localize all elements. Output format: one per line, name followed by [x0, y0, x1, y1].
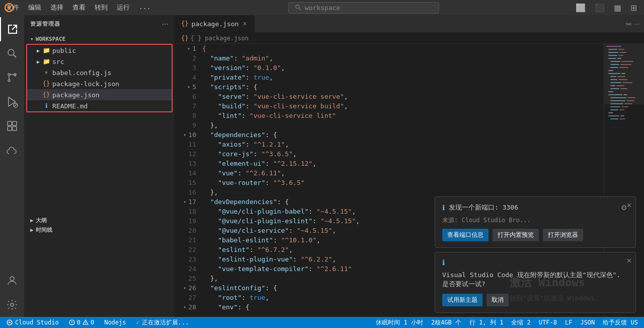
menu-view[interactable]: 查看	[68, 2, 90, 13]
svg-marker-9	[9, 97, 16, 106]
status-cloud-label: Cloud Studio	[15, 319, 59, 326]
activity-search[interactable]	[0, 41, 24, 65]
line-num-18: 18	[179, 207, 196, 216]
code-line-12: "core-js": "^3.6.5",	[202, 149, 604, 159]
layout1-button[interactable]: ⬜	[573, 2, 589, 14]
titlebar-menu: 文件 编辑 选择 查看 转到 运行 ...	[2, 2, 154, 13]
breadcrumb: {} { } package.json	[175, 33, 644, 44]
activity-cloud[interactable]	[0, 138, 24, 162]
line-num-26: ▾26	[179, 283, 196, 293]
status-activating-label: ✓	[136, 319, 140, 326]
tree-item-package-json[interactable]: {} package.json	[26, 89, 173, 100]
status-encoding[interactable]: UTF-8	[537, 319, 559, 326]
code-line-11: "axios": "^1.2.1",	[202, 140, 604, 149]
tree-item-public[interactable]: ▶ 📁 public	[26, 45, 173, 56]
menu-run[interactable]: 运行	[113, 2, 134, 13]
more-actions-button[interactable]: ···	[634, 15, 640, 32]
activity-settings[interactable]	[0, 293, 24, 317]
layout4-button[interactable]: ⊞	[627, 2, 640, 14]
folder-icon-public: 📁	[42, 46, 50, 54]
timeline-header[interactable]: ▶ 时间线	[24, 225, 175, 235]
activity-git[interactable]	[0, 65, 24, 90]
outline-header[interactable]: ▶ 大纲	[24, 216, 175, 225]
layout2-button[interactable]: ⬛	[592, 2, 608, 14]
menu-edit[interactable]: 编辑	[24, 2, 45, 13]
workspace-header[interactable]: ▾ WORKSPACE	[24, 35, 175, 43]
activity-account[interactable]	[0, 269, 24, 293]
status-language[interactable]: JSON	[578, 319, 597, 326]
port-notif-header: ℹ 发现一个新端口: 3306 ⚙ ×	[442, 203, 628, 212]
line-num-22: 22	[179, 245, 196, 254]
port-notif-preview-button[interactable]: 打开内置预览	[493, 229, 539, 241]
svg-rect-56	[610, 106, 620, 107]
status-errors[interactable]: 0 0	[67, 319, 96, 326]
port-notif-close-button[interactable]: ×	[627, 201, 631, 210]
menu-goto[interactable]: 转到	[91, 2, 112, 13]
port-notif-browser-button[interactable]: 打开浏览器	[543, 229, 583, 241]
titlebar: ← → 文件 编辑 选择 查看 转到 运行 ... workspace ⬜ ⬛ …	[0, 0, 644, 15]
theme-notif-try-button[interactable]: 试用新主题	[442, 294, 482, 306]
svg-point-1	[295, 5, 299, 9]
port-notif-source-label: 来源: Cloud Studio Bro...	[442, 217, 531, 224]
tab-bar: {} package.json × ⫘ ···	[175, 15, 644, 33]
theme-notif-cancel-button[interactable]: 取消	[487, 294, 509, 306]
line-num-13: 13	[179, 159, 196, 168]
activity-bar	[0, 15, 24, 317]
code-line-1: {	[202, 44, 604, 53]
line-num-4: 4	[179, 73, 196, 82]
svg-point-69	[71, 323, 72, 324]
tab-package-json[interactable]: {} package.json ×	[175, 15, 255, 32]
svg-rect-64	[619, 118, 625, 119]
line-num-16: 16	[179, 187, 196, 197]
svg-rect-60	[608, 112, 613, 113]
sidebar-actions: ···	[162, 20, 169, 29]
folder-arrow-src: ▶	[34, 57, 42, 65]
tree-item-src[interactable]: ▶ 📁 src	[26, 56, 173, 67]
file-icon-package-json: {}	[42, 91, 50, 99]
theme-notification: ℹ × Visual Studio Code 现在附带新的默认主题"现代深色".…	[435, 252, 636, 313]
status-cloud-studio[interactable]: Cloud Studio	[4, 319, 61, 326]
status-nodejs[interactable]: Nodejs	[102, 319, 128, 326]
status-eol-label: LF	[565, 319, 572, 326]
layout3-button[interactable]: ▦	[611, 2, 624, 14]
highlighted-files-group: ▶ 📁 public ▶ 📁 src ⚡ babel.config	[26, 44, 173, 112]
status-cores[interactable]: 2核4GB 个	[429, 318, 463, 327]
status-activating[interactable]: ✓ 正在激活扩展...	[134, 318, 191, 327]
no-arrow-babel	[34, 69, 42, 77]
theme-notif-close-button[interactable]: ×	[627, 256, 631, 266]
notifications-panel: ℹ 发现一个新端口: 3306 ⚙ × 来源: Cloud Studio Bro…	[435, 196, 636, 313]
tab-right-actions: ⫘ ···	[621, 15, 644, 32]
menu-file[interactable]: 文件	[2, 2, 23, 13]
sidebar-more-button[interactable]: ···	[162, 20, 169, 29]
split-editor-button[interactable]: ⫘	[625, 15, 632, 32]
outline-label: 大纲	[36, 217, 47, 224]
menu-select[interactable]: 选择	[46, 2, 67, 13]
status-right: 休眠时间 1 小时 2核4GB 个 行 1, 列 1 全缩 2 UTF-8 LF…	[374, 318, 640, 327]
status-cursor-label: 行 1, 列 1	[469, 318, 503, 327]
line-num-19: 19	[179, 216, 196, 226]
svg-point-3	[8, 49, 14, 55]
code-line-9: },	[202, 120, 604, 130]
activity-run[interactable]	[0, 90, 24, 114]
tree-item-readme[interactable]: ℹ README.md	[26, 100, 173, 111]
sidebar: 资源管理器 ··· ▾ WORKSPACE ▶ 📁	[24, 15, 175, 317]
status-idle-time[interactable]: 休眠时间 1 小时	[374, 318, 425, 327]
activity-explorer[interactable]	[0, 17, 24, 41]
code-line-14: "vue": "^2.6.11",	[202, 168, 604, 178]
status-spaces[interactable]: 全缩 2	[509, 318, 532, 327]
port-notif-view-button[interactable]: 查看端口信息	[442, 229, 489, 241]
status-idle-label: 休眠时间 1 小时	[376, 318, 423, 327]
status-cursor[interactable]: 行 1, 列 1	[467, 318, 505, 327]
tab-close-button[interactable]: ×	[242, 20, 248, 27]
tree-item-package-lock[interactable]: {} package-lock.json	[26, 78, 173, 89]
status-eol[interactable]: LF	[563, 319, 574, 326]
line-num-8: 8	[179, 111, 196, 120]
status-feedback[interactable]: 给予反馈 US	[601, 318, 640, 327]
theme-notif-text: Visual Studio Code 现在附带新的默认主题"现代深色". 是否要…	[442, 271, 628, 289]
tree-item-babel[interactable]: ⚡ babel.config.js	[26, 67, 173, 78]
status-errors-count: 0	[77, 319, 80, 326]
code-line-10: "dependencies": {	[202, 130, 604, 140]
search-box[interactable]: workspace	[288, 2, 439, 14]
activity-extensions[interactable]	[0, 114, 24, 138]
menu-more[interactable]: ...	[135, 2, 154, 13]
